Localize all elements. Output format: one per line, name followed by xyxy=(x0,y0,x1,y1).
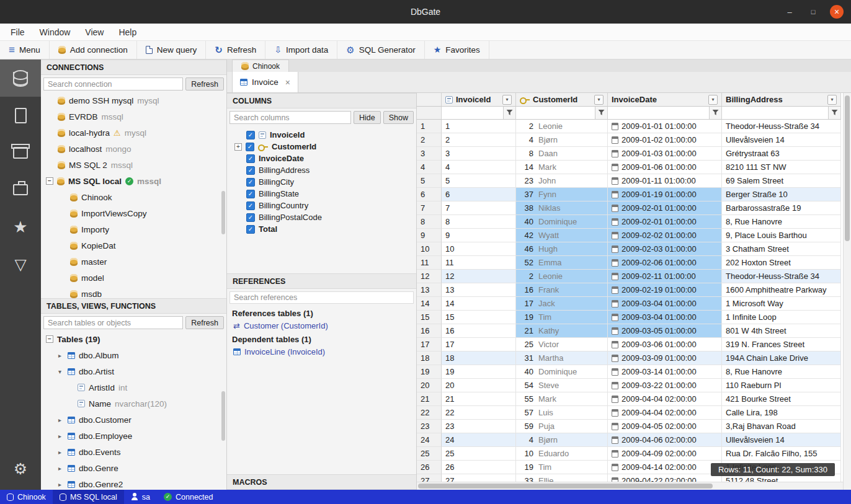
cell-invoiceid[interactable]: 17 xyxy=(442,338,516,351)
connection-msdb[interactable]: msdb xyxy=(41,286,226,298)
rail-settings[interactable] xyxy=(0,450,41,487)
row-number-cell[interactable]: 7 xyxy=(417,201,442,215)
filter-input-billingaddress[interactable] xyxy=(722,107,828,119)
column-check-invoicedate[interactable]: ✓InvoiceDate xyxy=(227,153,416,164)
cell-customerid[interactable]: 46Hugh xyxy=(516,242,608,256)
cell-billingaddress[interactable]: Theodor-Heuss-Straße 34 xyxy=(722,120,841,133)
search-tables-input[interactable] xyxy=(43,316,183,329)
cell-invoicedate[interactable]: 2009-01-19 01:00:00 xyxy=(608,188,722,201)
cell-customerid[interactable]: 4Bjørn xyxy=(516,133,608,147)
cell-invoicedate[interactable]: 2009-03-04 01:00:00 xyxy=(608,297,722,311)
table-dbo-genre2[interactable]: ▸dbo.Genre2 xyxy=(41,476,226,490)
cell-invoiceid[interactable]: 13 xyxy=(442,283,516,297)
cell-billingaddress[interactable]: 8210 111 ST NW xyxy=(722,161,841,174)
chevron-down-icon[interactable]: ▾ xyxy=(56,368,64,375)
cell-billingaddress[interactable]: Calle Lira, 198 xyxy=(722,406,841,420)
row-number-cell[interactable]: 2 xyxy=(417,133,442,147)
cell-customerid[interactable]: 31Martha xyxy=(516,351,608,365)
cell-invoicedate[interactable]: 2009-04-09 02:00:00 xyxy=(608,447,722,461)
column-header-invoicedate[interactable]: InvoiceDate▾ xyxy=(608,93,722,107)
checkbox-checked[interactable]: ✓ xyxy=(246,131,255,139)
cell-invoicedate[interactable]: 2009-02-02 01:00:00 xyxy=(608,229,722,242)
cell-invoicedate[interactable]: 2009-04-04 02:00:00 xyxy=(608,406,722,420)
row-number-cell[interactable]: 12 xyxy=(417,270,442,283)
collapse-icon[interactable]: − xyxy=(46,335,53,343)
cell-invoiceid[interactable]: 11 xyxy=(442,256,516,270)
cell-billingaddress[interactable]: Barbarossastraße 19 xyxy=(722,201,841,215)
cell-invoiceid[interactable]: 1 xyxy=(442,120,516,133)
column-check-customerid[interactable]: +✓CustomerId xyxy=(227,141,416,153)
connection-chinook[interactable]: Chinook xyxy=(41,189,226,205)
close-icon[interactable] xyxy=(830,5,844,19)
column-menu-button[interactable]: ▾ xyxy=(708,95,718,105)
column-header-invoiceid[interactable]: InvoiceId▾ xyxy=(442,93,516,107)
tables-header[interactable]: TABLES, VIEWS, FUNCTIONS xyxy=(41,298,226,314)
cell-billingaddress[interactable]: 3,Raj Bhavan Road xyxy=(722,420,841,433)
cell-invoicedate[interactable]: 2009-01-03 01:00:00 xyxy=(608,147,722,161)
row-number-cell[interactable]: 20 xyxy=(417,379,442,392)
row-number-cell[interactable]: 10 xyxy=(417,242,442,256)
cell-invoiceid[interactable]: 8 xyxy=(442,215,516,229)
search-columns-input[interactable] xyxy=(229,111,351,124)
status-ms-sql-local[interactable]: MS SQL local xyxy=(53,490,124,504)
connection-localhost[interactable]: localhostmongo xyxy=(41,141,226,157)
column-menu-button[interactable]: ▾ xyxy=(502,95,512,105)
row-number-cell[interactable]: 24 xyxy=(417,433,442,447)
cell-invoiceid[interactable]: 25 xyxy=(442,447,516,461)
reference-link-invoiceline-invoiceid-[interactable]: InvoiceLine (InvoiceId) xyxy=(227,345,416,358)
row-number-cell[interactable]: 21 xyxy=(417,392,442,406)
cell-billingaddress[interactable]: 69 Salem Street xyxy=(722,174,841,188)
tables-scrollbar[interactable] xyxy=(221,391,225,441)
tab-close-icon[interactable]: × xyxy=(285,77,290,87)
cell-customerid[interactable]: 8Daan xyxy=(516,147,608,161)
rail-history[interactable] xyxy=(0,171,41,208)
cell-billingaddress[interactable]: Ullevålsveien 14 xyxy=(722,433,841,447)
cell-billingaddress[interactable]: 3 Chatham Street xyxy=(722,242,841,256)
cell-customerid[interactable]: 52Emma xyxy=(516,256,608,270)
row-number-cell[interactable]: 13 xyxy=(417,283,442,297)
row-number-cell[interactable]: 16 xyxy=(417,324,442,338)
cell-customerid[interactable]: 55Mark xyxy=(516,392,608,406)
cell-billingaddress[interactable]: 1600 Amphitheatre Parkway xyxy=(722,283,841,297)
cell-invoiceid[interactable]: 7 xyxy=(442,201,516,215)
search-connection-input[interactable] xyxy=(43,77,183,91)
column-check-billingcountry[interactable]: ✓BillingCountry xyxy=(227,200,416,211)
cell-invoiceid[interactable]: 16 xyxy=(442,324,516,338)
connection-importviewscopy[interactable]: ImportViewsCopy xyxy=(41,205,226,221)
row-number-cell[interactable]: 4 xyxy=(417,161,442,174)
cell-invoiceid[interactable]: 23 xyxy=(442,420,516,433)
cell-invoicedate[interactable]: 2009-03-09 01:00:00 xyxy=(608,351,722,365)
column-name[interactable]: Namenvarchar(120) xyxy=(41,396,226,412)
cell-billingaddress[interactable]: Rua Dr. Falcão Filho, 155 xyxy=(722,447,841,461)
cell-invoiceid[interactable]: 21 xyxy=(442,392,516,406)
connection-evrdb[interactable]: EVRDBmssql xyxy=(41,108,226,125)
column-header-billingaddress[interactable]: BillingAddress▾ xyxy=(722,93,841,107)
cell-invoiceid[interactable]: 20 xyxy=(442,379,516,392)
cell-invoicedate[interactable]: 2009-02-11 01:00:00 xyxy=(608,270,722,283)
cell-invoiceid[interactable]: 3 xyxy=(442,147,516,161)
row-number-cell[interactable]: 8 xyxy=(417,215,442,229)
menu-file[interactable]: File xyxy=(4,25,32,39)
row-number-cell[interactable]: 11 xyxy=(417,256,442,270)
cell-customerid[interactable]: 10Eduardo xyxy=(516,447,608,461)
row-number-cell[interactable]: 1 xyxy=(417,120,442,133)
status-chinook[interactable]: Chinook xyxy=(0,490,53,504)
cell-billingaddress[interactable]: Theodor-Heuss-Straße 34 xyxy=(722,270,841,283)
cell-invoicedate[interactable]: 2009-02-03 01:00:00 xyxy=(608,242,722,256)
chevron-right-icon[interactable]: ▸ xyxy=(56,465,64,472)
toolbar-add-connection[interactable]: Add connection xyxy=(50,41,137,59)
rail-favorites[interactable] xyxy=(0,208,41,245)
connections-header[interactable]: CONNECTIONS xyxy=(41,60,226,75)
cell-billingaddress[interactable]: 1 Infinite Loop xyxy=(722,311,841,324)
row-number-cell[interactable]: 14 xyxy=(417,297,442,311)
cell-customerid[interactable]: 4Bjørn xyxy=(516,433,608,447)
cell-customerid[interactable]: 40Dominique xyxy=(516,215,608,229)
cell-billingaddress[interactable]: 110 Raeburn Pl xyxy=(722,379,841,392)
cell-customerid[interactable]: 19Tim xyxy=(516,311,608,324)
cell-customerid[interactable]: 2Leonie xyxy=(516,120,608,133)
tab-invoice[interactable]: Invoice × xyxy=(232,72,298,93)
cell-invoicedate[interactable]: 2009-02-01 01:00:00 xyxy=(608,215,722,229)
collapse-icon[interactable]: − xyxy=(46,177,53,185)
chevron-right-icon[interactable]: ▸ xyxy=(56,449,64,456)
chevron-right-icon[interactable]: ▸ xyxy=(56,417,64,423)
